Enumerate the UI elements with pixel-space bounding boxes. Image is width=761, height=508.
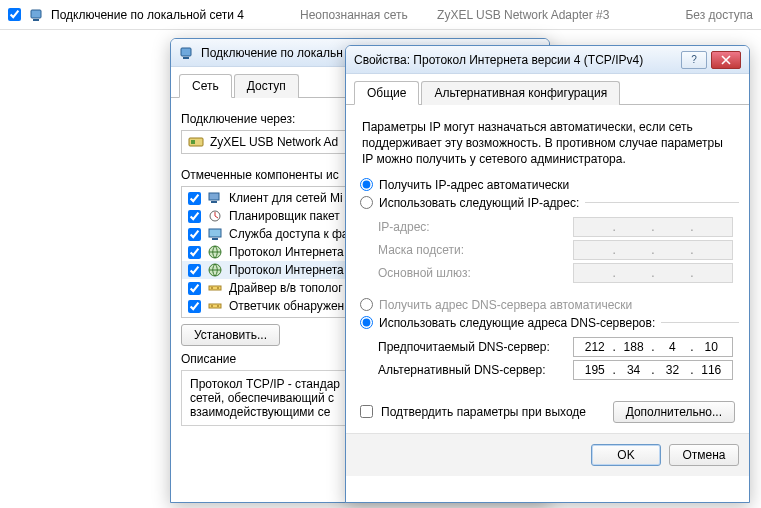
scheduler-icon xyxy=(207,208,223,224)
preferred-dns-label: Предпочитаемый DNS-сервер: xyxy=(378,340,567,354)
tabs: Общие Альтернативная конфигурация xyxy=(346,74,749,105)
protocol-icon xyxy=(207,244,223,260)
alt-dns-label: Альтернативный DNS-сервер: xyxy=(378,363,567,377)
dialog-footer: OK Отмена xyxy=(346,433,749,476)
radio-dns-auto[interactable]: Получить адрес DNS-сервера автоматически xyxy=(356,296,739,314)
svg-point-18 xyxy=(217,305,219,307)
component-checkbox[interactable] xyxy=(188,264,201,277)
radio-ip-auto[interactable]: Получить IP-адрес автоматически xyxy=(356,176,739,194)
client-icon xyxy=(207,190,223,206)
radio-label: Получить адрес DNS-сервера автоматически xyxy=(379,298,632,312)
subnet-mask-input: ... xyxy=(573,240,733,260)
component-checkbox[interactable] xyxy=(188,210,201,223)
radio-dns-auto-input[interactable] xyxy=(360,298,373,311)
topology-icon xyxy=(207,298,223,314)
network-name: Подключение по локальной сети 4 xyxy=(51,8,244,22)
radio-ip-auto-input[interactable] xyxy=(360,178,373,191)
component-checkbox[interactable] xyxy=(188,246,201,259)
protocol-icon xyxy=(207,262,223,278)
close-button[interactable] xyxy=(711,51,741,69)
cancel-button[interactable]: Отмена xyxy=(669,444,739,466)
ipv4-properties-window: Свойства: Протокол Интернета версии 4 (T… xyxy=(345,45,750,503)
svg-rect-10 xyxy=(212,238,218,240)
component-checkbox[interactable] xyxy=(188,282,201,295)
network-list-row[interactable]: Подключение по локальной сети 4 Неопозна… xyxy=(0,0,761,30)
topology-icon xyxy=(207,280,223,296)
install-button[interactable]: Установить... xyxy=(181,324,280,346)
svg-rect-3 xyxy=(183,57,189,59)
tab-network[interactable]: Сеть xyxy=(179,74,232,98)
tab-alt-config[interactable]: Альтернативная конфигурация xyxy=(421,81,620,105)
component-label: Служба доступа к фа xyxy=(229,227,349,241)
svg-rect-16 xyxy=(209,304,221,308)
adapter-icon xyxy=(188,134,204,150)
svg-rect-9 xyxy=(209,229,221,237)
network-row-checkbox[interactable] xyxy=(8,8,21,21)
ok-button[interactable]: OK xyxy=(591,444,661,466)
svg-rect-1 xyxy=(33,19,39,21)
advanced-button[interactable]: Дополнительно... xyxy=(613,401,735,423)
ip-address-input: ... xyxy=(573,217,733,237)
gateway-label: Основной шлюз: xyxy=(378,266,567,280)
tab-access[interactable]: Доступ xyxy=(234,74,299,98)
svg-point-17 xyxy=(211,305,213,307)
network-icon xyxy=(179,45,195,61)
component-checkbox[interactable] xyxy=(188,192,201,205)
component-label: Планировщик пакет xyxy=(229,209,340,223)
help-button[interactable]: ? xyxy=(681,51,707,69)
info-text: Параметры IP могут назначаться автоматич… xyxy=(356,115,739,172)
network-adapter: ZyXEL USB Network Adapter #3 xyxy=(437,8,609,22)
window-title: Свойства: Протокол Интернета версии 4 (T… xyxy=(354,53,675,67)
radio-label: Использовать следующий IP-адрес: xyxy=(379,196,579,210)
svg-rect-0 xyxy=(31,10,41,18)
svg-rect-13 xyxy=(209,286,221,290)
component-checkbox[interactable] xyxy=(188,228,201,241)
dns-group: Получить адрес DNS-сервера автоматически… xyxy=(356,296,739,387)
radio-ip-manual-input[interactable] xyxy=(360,196,373,209)
confirm-on-exit-checkbox[interactable] xyxy=(360,405,373,418)
ip-group: Получить IP-адрес автоматически Использо… xyxy=(356,176,739,290)
component-checkbox[interactable] xyxy=(188,300,201,313)
preferred-dns-input[interactable]: 212. 188. 4. 10 xyxy=(573,337,733,357)
adapter-name: ZyXEL USB Network Ad xyxy=(210,135,338,149)
network-access: Без доступа xyxy=(685,8,753,22)
network-status: Неопознанная сеть xyxy=(300,8,408,22)
ip-address-label: IP-адрес: xyxy=(378,220,567,234)
network-icon xyxy=(29,7,45,23)
svg-rect-6 xyxy=(209,193,219,200)
component-label: Драйвер в/в тополог xyxy=(229,281,343,295)
component-label: Протокол Интернета xyxy=(229,263,344,277)
component-label: Ответчик обнаружен xyxy=(229,299,344,313)
radio-dns-manual-input[interactable] xyxy=(360,316,373,329)
svg-point-14 xyxy=(211,287,213,289)
component-label: Протокол Интернета xyxy=(229,245,344,259)
share-icon xyxy=(207,226,223,242)
panel-general: Параметры IP могут назначаться автоматич… xyxy=(346,105,749,433)
svg-rect-7 xyxy=(211,201,217,203)
component-label: Клиент для сетей Mi xyxy=(229,191,343,205)
radio-label: Получить IP-адрес автоматически xyxy=(379,178,569,192)
svg-rect-2 xyxy=(181,48,191,56)
svg-rect-5 xyxy=(191,140,195,144)
svg-point-15 xyxy=(217,287,219,289)
subnet-mask-label: Маска подсети: xyxy=(378,243,567,257)
confirm-on-exit-label: Подтвердить параметры при выходе xyxy=(381,405,586,419)
radio-label: Использовать следующие адреса DNS-сервер… xyxy=(379,316,655,330)
gateway-input: ... xyxy=(573,263,733,283)
alt-dns-input[interactable]: 195. 34. 32. 116 xyxy=(573,360,733,380)
tab-general[interactable]: Общие xyxy=(354,81,419,105)
titlebar[interactable]: Свойства: Протокол Интернета версии 4 (T… xyxy=(346,46,749,74)
